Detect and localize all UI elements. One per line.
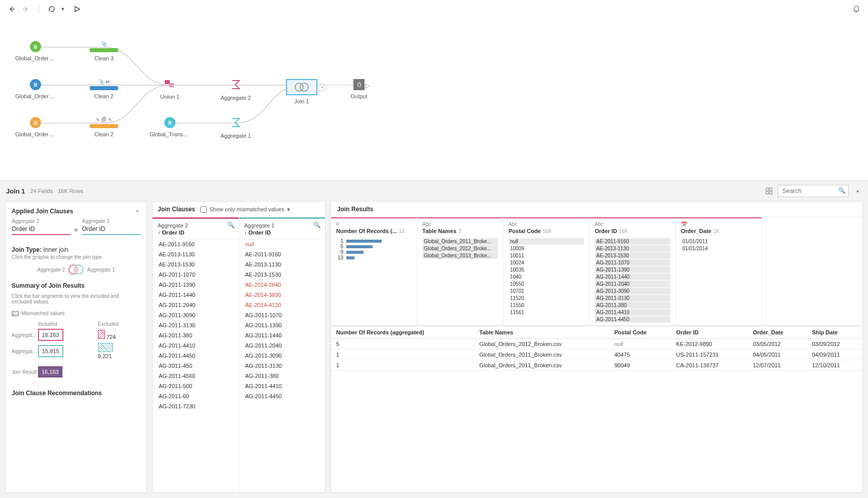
search-icon[interactable]: 🔍 [227,221,235,228]
list-item[interactable]: AG-2011-60 [153,391,239,401]
flow-node-go1[interactable]: 🗎Global_Orders... [15,41,56,61]
svg-rect-6 [766,191,769,194]
list-item[interactable]: null [239,239,326,249]
column-header[interactable]: Table Names [474,326,609,339]
list-item[interactable]: AE-2013-1530 [239,270,326,280]
forward-icon[interactable] [21,5,30,14]
list-item[interactable]: AG-2011-1440 [153,290,239,300]
list-item[interactable]: AG-2011-1390 [153,280,239,290]
svg-point-2 [295,83,303,91]
profile-card[interactable]: #Number Of Records (...1315913 [331,217,417,325]
list-item[interactable]: AG-2011-450 [153,361,239,371]
svg-rect-1 [169,83,174,87]
list-item[interactable]: AE-2014-4120 [239,300,326,310]
column-header[interactable]: Order_Date [748,326,807,339]
clause-left-field[interactable]: Order ID [12,224,70,235]
svg-point-3 [300,83,308,91]
add-clause-icon[interactable]: ＋ [134,207,140,215]
list-item[interactable]: AG-2011-3090 [239,351,326,361]
results-data-grid[interactable]: Number Of Records (aggregated)Table Name… [331,326,862,492]
column-header[interactable]: Order ID [671,326,748,339]
join-results-panel: Join Results #Number Of Records (...1315… [331,201,863,493]
column-header[interactable]: Postal Code [609,326,671,339]
flow-node-ag2[interactable]: Aggregate 2 [215,79,256,101]
a1-value-list[interactable]: nullAE-2011-9160AE-2013-1130AE-2013-1530… [239,239,326,492]
flow-node-ag1[interactable]: Aggregate 1 [215,117,256,139]
show-mismatched-checkbox[interactable]: Show only mismatched values ▾ [200,206,290,213]
list-item[interactable]: AG-2011-3130 [153,320,239,330]
notifications-icon[interactable] [852,5,861,14]
fields-count: 24 Fields [30,188,53,194]
flow-node-u1[interactable]: Union 1 [150,79,190,100]
list-item[interactable]: AE-2013-1130 [153,249,239,259]
clause-right-field[interactable]: Order ID [82,224,141,235]
list-item[interactable]: AG-2011-3090 [153,310,239,320]
flow-node-gt[interactable]: 🗎Global_Transac... [150,117,190,137]
table-row[interactable]: 1Global_Orders_2011_Broken.csv90049CA-20… [331,360,862,371]
a2-excluded[interactable] [98,330,105,339]
list-item[interactable]: AG-2011-7230 [153,401,239,411]
flow-node-go3[interactable]: 🗎Global_Orders... [15,117,56,137]
list-item[interactable]: AG-2011-4410 [239,381,326,391]
a1-excluded[interactable] [98,343,113,352]
list-item[interactable]: AE-2011-9160 [153,239,239,249]
svg-rect-5 [770,188,772,190]
step-title: Join 1 [6,187,25,195]
profile-card[interactable]: AbcPostal Code559null1000910011100241003… [503,217,590,325]
table-row[interactable]: 1Global_Orders_2011_Broken.csv40475US-20… [331,350,862,360]
applied-title: Applied Join Clauses [12,208,73,215]
list-item[interactable]: AE-2014-2840 [239,280,326,290]
list-item[interactable]: AG-2011-3130 [239,361,326,371]
add-step-icon[interactable]: + [318,83,327,91]
join-type-selector[interactable]: Aggregate 2 Aggregate 1 [12,264,140,275]
run-output-icon[interactable]: ▷ [365,82,370,89]
list-item[interactable]: AG-2011-380 [153,330,239,340]
list-item[interactable]: AG-2011-380 [239,371,326,381]
join-clauses-panel: Join Clauses Show only mismatched values… [152,201,326,493]
list-item[interactable]: AE-2014-3830 [239,290,326,300]
list-item[interactable]: AG-2011-1440 [239,330,326,340]
column-header[interactable]: Ship Date [807,326,862,339]
list-item[interactable]: AE-2011-9160 [239,249,326,259]
rows-count: 16K Rows [58,188,83,194]
svg-rect-7 [770,191,772,194]
flow-node-j1[interactable]: Join 1 [281,79,322,104]
list-item[interactable]: AE-2013-1130 [239,259,326,270]
flow-node-c3[interactable]: 📎Clean 3 [84,41,124,61]
list-item[interactable]: AE-2013-1530 [153,259,239,270]
run-icon[interactable] [73,5,82,14]
list-item[interactable]: AG-2011-4450 [239,391,326,401]
a2-included[interactable]: 16,163 [38,329,63,341]
flow-node-c2a[interactable]: 📎 ⇄Clean 2 [84,79,124,99]
profile-card[interactable]: AbcTable Names3Global_Orders_2011_Broke.… [417,217,503,325]
flow-node-out[interactable]: ⎙Output [339,79,379,99]
list-item[interactable]: AG-2011-1390 [239,320,326,330]
a1-included[interactable]: 15,815 [38,345,63,357]
list-item[interactable]: AG-2011-4560 [153,371,239,381]
back-icon[interactable] [7,5,16,14]
list-item[interactable]: AG-2011-4450 [153,351,239,361]
search-icon: 🔍 [838,187,846,194]
profile-card[interactable]: 📅Order_Date1K01/01/201101/01/2014 [676,217,762,325]
settings-panel: Applied Join Clauses＋ Aggregate 2 Order … [5,201,147,493]
table-row[interactable]: 5Global_Orders_2012_Broken.csvnullKE-201… [331,339,862,350]
profile-card[interactable]: AbcOrder ID16KAE-2011-9160AE-2013-1130AE… [590,217,676,325]
list-item[interactable]: AG-2011-2040 [239,340,326,351]
a2-value-list[interactable]: AE-2011-9160AE-2013-1130AE-2013-1530AG-2… [153,239,239,492]
list-item[interactable]: AG-2011-1070 [239,310,326,320]
refresh-icon[interactable] [47,5,56,14]
search-icon[interactable]: 🔍 [313,221,321,228]
chevron-down-icon[interactable]: ▼ [58,5,67,14]
list-item[interactable]: AG-2011-2040 [153,300,239,310]
column-header[interactable]: Number Of Records (aggregated) [331,326,474,339]
list-item[interactable]: AG-2011-1070 [153,270,239,280]
flow-node-c2b[interactable]: ✎ 🗐 ✎Clean 2 [84,117,124,137]
join-result-count[interactable]: 16,163 [38,366,62,377]
chevron-down-icon[interactable]: ▾ [853,186,862,196]
list-item[interactable]: AG-2011-500 [153,381,239,391]
flow-canvas[interactable]: 🗎Global_Orders...🗎Global_Orders...🗎Globa… [0,18,868,180]
grid-view-icon[interactable] [765,186,774,196]
svg-rect-4 [766,188,769,190]
list-item[interactable]: AG-2011-4410 [153,340,239,351]
flow-node-go2[interactable]: 🗎Global_Orders... [15,79,56,99]
